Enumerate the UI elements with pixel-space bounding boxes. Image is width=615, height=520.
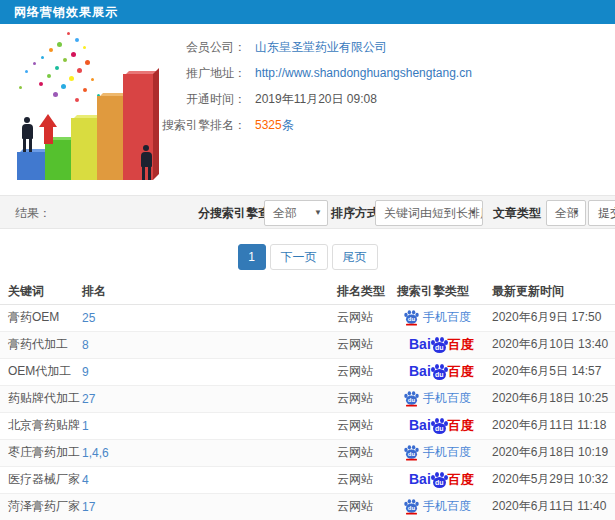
table-body: 膏药OEM25云网站du手机百度2020年6月9日 17:50膏药代加工8云网站… (0, 304, 615, 520)
engine-cell: Baidu百度 (397, 358, 492, 385)
rank-type-cell: 云网站 (337, 358, 397, 385)
engine-type-header: 搜索引擎类型 (397, 279, 492, 304)
rank-value-link[interactable]: 1 (82, 419, 89, 433)
updated-cell: 2020年6月11日 11:40 (492, 493, 615, 520)
baidu-paw-icon: du (404, 310, 418, 324)
keyword-cell: 膏药代加工 (0, 331, 82, 358)
rank-type-header: 排名类型 (337, 279, 397, 304)
mobile-baidu-logo: du手机百度 (403, 445, 471, 459)
mobile-baidu-logo: du手机百度 (403, 310, 471, 324)
rank-cell: 1 (82, 412, 337, 439)
keyword-header: 关键词 (0, 279, 82, 304)
baidu-logo: Baidu百度 (409, 473, 474, 487)
result-label: 结果： (15, 196, 51, 230)
info-row-ranking-count: 搜索引擎排名：5325条 (0, 112, 615, 138)
article-type-select[interactable]: 全部 ▼ (546, 200, 586, 226)
company-name-link[interactable]: 山东皇圣堂药业有限公司 (255, 40, 387, 54)
rank-value-link[interactable]: 25 (82, 311, 95, 325)
keyword-cell: 医疗器械厂家 (0, 466, 82, 493)
chart-bar-blue (17, 152, 47, 180)
keyword-cell: 北京膏药贴牌 (0, 412, 82, 439)
keyword-cell: 枣庄膏药加工 (0, 439, 82, 466)
rank-type-cell: 云网站 (337, 331, 397, 358)
page-1-button[interactable]: 1 (238, 244, 266, 270)
rank-cell: 4 (82, 466, 337, 493)
rank-header: 排名 (82, 279, 337, 304)
rank-value-link[interactable]: 1,4,6 (82, 446, 109, 460)
keyword-cell: 膏药OEM (0, 304, 82, 331)
info-row-url: 推广地址：http://www.shandonghuangshengtang.c… (0, 60, 615, 86)
engine-select[interactable]: 全部 ▼ (264, 200, 328, 226)
engine-cell: du手机百度 (397, 493, 492, 520)
baidu-paw-icon: du (431, 364, 448, 380)
rank-cell: 8 (82, 331, 337, 358)
baidu-paw-icon: du (431, 472, 448, 488)
engine-select-value: 全部 (273, 206, 297, 220)
baidu-paw-icon: du (404, 445, 418, 459)
rank-cell: 1,4,6 (82, 439, 337, 466)
keyword-cell: 菏泽膏药厂家 (0, 493, 82, 520)
updated-cell: 2020年6月11日 11:18 (492, 412, 615, 439)
ranking-count-value[interactable]: 5325 (255, 118, 282, 132)
rank-value-link[interactable]: 4 (82, 473, 89, 487)
engine-cell: du手机百度 (397, 439, 492, 466)
article-type-label: 文章类型 (493, 196, 541, 230)
rank-cell: 25 (82, 304, 337, 331)
chevron-down-icon: ▼ (469, 201, 477, 225)
updated-cell: 2020年6月10日 13:40 (492, 331, 615, 358)
baidu-logo: Baidu百度 (409, 365, 474, 379)
rank-value-link[interactable]: 8 (82, 338, 89, 352)
open-time-label: 开通时间： (0, 86, 246, 112)
updated-cell: 2020年6月18日 10:19 (492, 439, 615, 466)
baidu-paw-icon: du (404, 391, 418, 405)
engine-cell: du手机百度 (397, 304, 492, 331)
submit-button[interactable]: 提交 (588, 200, 615, 226)
rank-cell: 9 (82, 358, 337, 385)
chevron-down-icon: ▼ (572, 201, 580, 225)
table-row: 药贴牌代加工27云网站du手机百度2020年6月18日 10:25 (0, 385, 615, 412)
info-row-open-time: 开通时间：2019年11月20日 09:08 (0, 86, 615, 112)
rank-type-cell: 云网站 (337, 385, 397, 412)
sort-select[interactable]: 关键词由短到长排序 ▼ (375, 200, 483, 226)
keyword-ranking-table: 关键词 排名 排名类型 搜索引擎类型 最新更新时间 膏药OEM25云网站du手机… (0, 279, 615, 520)
chevron-down-icon: ▼ (314, 201, 322, 225)
businessman-figure-right (138, 145, 154, 180)
last-page-button[interactable]: 尾页 (332, 244, 378, 270)
baidu-paw-icon: du (431, 337, 448, 353)
updated-cell: 2020年5月29日 10:32 (492, 466, 615, 493)
table-row: 枣庄膏药加工1,4,6云网站du手机百度2020年6月18日 10:19 (0, 439, 615, 466)
rank-cell: 27 (82, 385, 337, 412)
table-row: 医疗器械厂家4云网站Baidu百度2020年5月29日 10:32 (0, 466, 615, 493)
engine-cell: Baidu百度 (397, 466, 492, 493)
updated-cell: 2020年6月9日 17:50 (492, 304, 615, 331)
company-info: 会员公司：山东皇圣堂药业有限公司 推广地址：http://www.shandon… (0, 24, 615, 138)
chart-bar-green (45, 140, 73, 180)
rank-cell: 17 (82, 493, 337, 520)
table-row: OEM代加工9云网站Baidu百度2020年6月5日 14:57 (0, 358, 615, 385)
page-title: 网络营销效果展示 (14, 5, 118, 19)
table-header-row: 关键词 排名 排名类型 搜索引擎类型 最新更新时间 (0, 279, 615, 304)
filter-bar: 结果： 分搜索引擎查看 全部 ▼ 排序方式 关键词由短到长排序 ▼ 文章类型 全… (0, 195, 615, 229)
ranking-count-suffix[interactable]: 条 (282, 118, 294, 132)
engine-cell: Baidu百度 (397, 412, 492, 439)
rank-value-link[interactable]: 9 (82, 365, 89, 379)
engine-cell: du手机百度 (397, 385, 492, 412)
info-section: 会员公司：山东皇圣堂药业有限公司 推广地址：http://www.shandon… (0, 24, 615, 195)
baidu-logo: Baidu百度 (409, 419, 474, 433)
promo-url-link[interactable]: http://www.shandonghuangshengtang.cn (255, 66, 472, 80)
mobile-baidu-logo: du手机百度 (403, 391, 471, 405)
table-row: 菏泽膏药厂家17云网站du手机百度2020年6月11日 11:40 (0, 493, 615, 520)
rank-type-cell: 云网站 (337, 304, 397, 331)
ranking-count-label: 搜索引擎排名： (0, 112, 246, 138)
rank-type-cell: 云网站 (337, 466, 397, 493)
table-row: 北京膏药贴牌1云网站Baidu百度2020年6月11日 11:18 (0, 412, 615, 439)
page-header: 网络营销效果展示 (0, 0, 615, 24)
rank-value-link[interactable]: 27 (82, 392, 95, 406)
mobile-baidu-logo: du手机百度 (403, 499, 471, 513)
updated-header: 最新更新时间 (492, 279, 615, 304)
rank-type-cell: 云网站 (337, 412, 397, 439)
rank-value-link[interactable]: 17 (82, 500, 95, 514)
next-page-button[interactable]: 下一页 (270, 244, 328, 270)
baidu-logo: Baidu百度 (409, 338, 474, 352)
rank-type-cell: 云网站 (337, 493, 397, 520)
